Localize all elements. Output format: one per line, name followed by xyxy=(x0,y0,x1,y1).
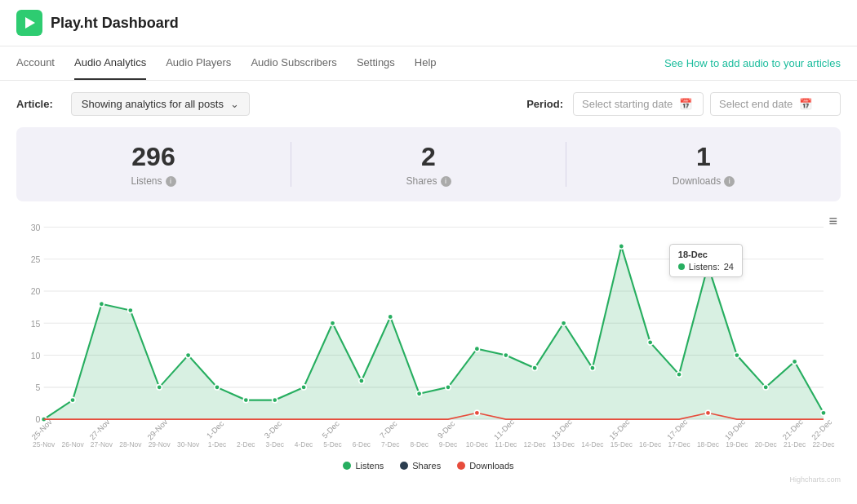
svg-text:26-Nov: 26-Nov xyxy=(61,440,84,449)
svg-point-30 xyxy=(677,372,682,377)
svg-text:20: 20 xyxy=(31,286,41,296)
svg-point-19 xyxy=(359,378,364,383)
svg-text:14-Dec: 14-Dec xyxy=(581,440,604,449)
nav-audio-analytics[interactable]: Audio Analytics xyxy=(74,46,146,80)
legend-shares: Shares xyxy=(400,461,441,471)
play-icon xyxy=(22,15,37,30)
controls-bar: Article: Showing analytics for all posts… xyxy=(0,81,857,127)
logo xyxy=(16,10,42,36)
svg-point-32 xyxy=(735,352,739,357)
article-label: Article: xyxy=(16,98,53,110)
svg-text:20-Dec: 20-Dec xyxy=(755,440,778,449)
svg-point-37 xyxy=(705,410,710,415)
svg-text:10-Dec: 10-Dec xyxy=(466,440,489,449)
svg-point-15 xyxy=(243,397,248,402)
svg-point-22 xyxy=(446,385,451,390)
legend-dot-listens xyxy=(343,462,351,470)
shares-info-icon[interactable]: i xyxy=(441,176,451,187)
svg-point-9 xyxy=(70,397,75,402)
svg-point-18 xyxy=(330,321,335,325)
svg-text:19-Dec: 19-Dec xyxy=(726,440,748,449)
svg-text:30: 30 xyxy=(31,223,41,232)
svg-point-26 xyxy=(561,321,566,325)
end-date-picker[interactable]: Select end date 📅 xyxy=(710,92,841,116)
svg-text:15: 15 xyxy=(31,318,41,328)
svg-text:15-Dec: 15-Dec xyxy=(607,418,631,442)
svg-point-13 xyxy=(185,352,190,357)
svg-point-20 xyxy=(388,314,393,319)
calendar-icon-end: 📅 xyxy=(799,98,812,110)
svg-text:22-Dec: 22-Dec xyxy=(812,440,835,449)
app-header: Play.ht Dashboard xyxy=(0,0,857,46)
article-select-value: Showing analytics for all posts xyxy=(82,98,224,110)
nav-audio-subscribers[interactable]: Audio Subscribers xyxy=(251,46,337,80)
chart-legend: Listens Shares Downloads xyxy=(0,454,857,474)
svg-text:16-Dec: 16-Dec xyxy=(639,440,662,449)
chevron-down-icon: ⌄ xyxy=(230,98,239,110)
nav-cta-link[interactable]: See How to add audio to your articles xyxy=(664,57,841,69)
svg-text:5: 5 xyxy=(36,382,41,392)
stat-downloads-value: 1 xyxy=(566,142,841,172)
svg-text:17-Dec: 17-Dec xyxy=(668,440,690,449)
svg-point-10 xyxy=(99,302,104,307)
nav-account[interactable]: Account xyxy=(16,46,55,80)
svg-text:8-Dec: 8-Dec xyxy=(410,440,428,449)
svg-point-31 xyxy=(705,263,710,267)
svg-text:22-Dec: 22-Dec xyxy=(810,418,833,442)
svg-text:15-Dec: 15-Dec xyxy=(611,440,633,449)
svg-text:5-Dec: 5-Dec xyxy=(320,418,341,440)
stats-row: 296 Listens i 2 Shares i 1 Downloads i xyxy=(16,127,841,201)
legend-label-shares: Shares xyxy=(412,461,441,471)
svg-point-25 xyxy=(532,365,537,370)
svg-point-35 xyxy=(821,410,826,415)
stat-downloads-label: Downloads i xyxy=(566,175,841,187)
svg-text:27-Nov: 27-Nov xyxy=(87,418,111,442)
svg-text:17-Dec: 17-Dec xyxy=(665,418,689,442)
svg-text:6-Dec: 6-Dec xyxy=(353,440,371,449)
listens-info-icon[interactable]: i xyxy=(166,176,176,187)
svg-text:25: 25 xyxy=(31,254,41,264)
stat-shares: 2 Shares i xyxy=(291,142,566,187)
svg-text:21-Dec: 21-Dec xyxy=(780,418,804,442)
svg-text:3-Dec: 3-Dec xyxy=(262,418,283,440)
svg-point-29 xyxy=(648,340,653,345)
svg-text:19-Dec: 19-Dec xyxy=(723,418,747,442)
svg-marker-0 xyxy=(25,17,35,29)
svg-text:11-Dec: 11-Dec xyxy=(492,418,516,442)
legend-downloads: Downloads xyxy=(457,461,513,471)
svg-text:7-Dec: 7-Dec xyxy=(378,418,399,440)
svg-point-16 xyxy=(273,397,278,402)
svg-text:11-Dec: 11-Dec xyxy=(495,440,517,449)
svg-text:4-Dec: 4-Dec xyxy=(295,440,313,449)
svg-text:30-Nov: 30-Nov xyxy=(177,440,200,449)
nav-settings[interactable]: Settings xyxy=(357,46,395,80)
stat-listens-label: Listens i xyxy=(16,175,291,187)
line-chart: 30252015105025-Nov27-Nov29-Nov1-Dec3-Dec… xyxy=(16,210,841,454)
legend-listens: Listens xyxy=(343,461,384,471)
nav-help[interactable]: Help xyxy=(415,46,437,80)
svg-text:18-Dec: 18-Dec xyxy=(697,440,720,449)
end-date-placeholder: Select end date xyxy=(719,98,793,110)
article-select[interactable]: Showing analytics for all posts ⌄ xyxy=(71,92,250,116)
stat-listens-value: 296 xyxy=(16,142,291,172)
svg-text:7-Dec: 7-Dec xyxy=(381,440,400,449)
start-date-picker[interactable]: Select starting date 📅 xyxy=(573,92,704,116)
svg-text:5-Dec: 5-Dec xyxy=(323,440,342,449)
legend-dot-shares xyxy=(400,462,408,470)
highcharts-credit: Highcharts.com xyxy=(0,474,857,487)
legend-label-listens: Listens xyxy=(355,461,384,471)
svg-text:21-Dec: 21-Dec xyxy=(784,440,806,449)
svg-text:2-Dec: 2-Dec xyxy=(237,440,255,449)
start-date-placeholder: Select starting date xyxy=(582,98,673,110)
chart-wrap: 30252015105025-Nov27-Nov29-Nov1-Dec3-Dec… xyxy=(16,210,841,454)
svg-point-33 xyxy=(763,385,768,390)
nav-audio-players[interactable]: Audio Players xyxy=(166,46,231,80)
svg-point-24 xyxy=(504,352,508,357)
period-label: Period: xyxy=(526,98,563,110)
stat-listens: 296 Listens i xyxy=(16,142,291,187)
svg-text:27-Nov: 27-Nov xyxy=(91,440,113,449)
svg-point-11 xyxy=(128,307,133,312)
calendar-icon-start: 📅 xyxy=(679,98,692,110)
downloads-info-icon[interactable]: i xyxy=(724,176,735,187)
svg-text:10: 10 xyxy=(31,351,41,360)
